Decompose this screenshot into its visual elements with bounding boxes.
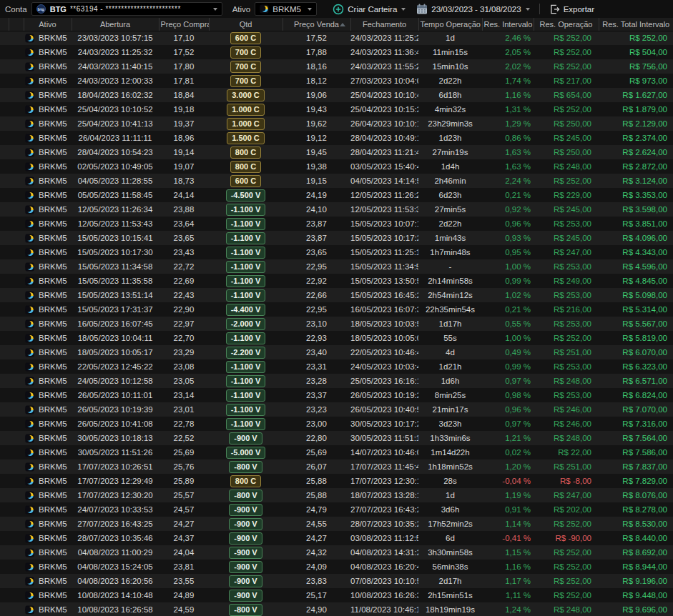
table-row[interactable]: BRKM522/05/2023 12:45:2223,08-1.100 V23,… — [0, 359, 673, 374]
table-row[interactable]: BRKM504/05/2023 11:28:5518,73600 C19,150… — [0, 174, 673, 188]
col-header-fech[interactable]: Fechamento — [350, 18, 418, 31]
table-row[interactable]: BRKM526/05/2023 10:19:3923,01-1.100 V23,… — [0, 402, 673, 417]
cell-blank — [0, 359, 9, 374]
moon-crescent-icon — [260, 4, 269, 14]
table-header-row: AtivoAberturaPreço CompraQtdPreço VendaF… — [0, 18, 673, 31]
cell-preco-compra: 24,89 — [159, 588, 209, 602]
cell-res-total-intervalo: R$ 7.564,00 — [599, 431, 673, 445]
col-header-qtd[interactable]: Qtd — [209, 18, 283, 31]
table-row[interactable]: BRKM515/05/2023 11:35:5822,69-1.100 V22,… — [0, 274, 673, 288]
table-row[interactable]: BRKM524/03/2023 12:00:3317,81700 C18,122… — [0, 74, 673, 88]
table-row[interactable]: BRKM525/04/2023 10:41:1319,371.000 C19,6… — [0, 116, 673, 131]
cell-blank — [9, 417, 24, 431]
col-header-total[interactable]: Res. Total Intervalo — [599, 18, 673, 31]
table-row[interactable]: BRKM528/04/2023 10:54:2319,14800 C19,452… — [0, 145, 673, 159]
col-header-compra[interactable]: Preço Compra — [159, 18, 209, 31]
cell-preco-compra: 23,64 — [159, 217, 209, 231]
moon-crescent-icon — [25, 91, 34, 100]
table-row[interactable]: BRKM515/05/2023 10:15:4123,65-1.100 V23,… — [0, 231, 673, 245]
cell-preco-compra: 23,55 — [159, 574, 209, 588]
table-row[interactable]: BRKM526/04/2023 11:11:1118,961.500 C19,1… — [0, 131, 673, 145]
cell-abertura: 28/07/2023 10:35:46 — [72, 531, 159, 545]
cell-blank — [9, 259, 24, 274]
table-row[interactable]: BRKM505/05/2023 11:58:4524,14-4.500 V24,… — [0, 188, 673, 202]
cell-blank — [0, 417, 9, 431]
cell-res-total-intervalo: R$ 5.819,00 — [599, 331, 673, 345]
cell-blank — [9, 431, 24, 445]
table-row[interactable]: BRKM515/05/2023 10:17:3023,43-1.100 V23,… — [0, 245, 673, 259]
table-row[interactable]: BRKM517/07/2023 10:26:5125,76-800 V26,07… — [0, 459, 673, 474]
date-range-button[interactable]: 23/03/2023 - 31/08/2023 — [416, 4, 529, 14]
col-header-int[interactable]: Res. Intervalo — [482, 18, 534, 31]
table-row[interactable]: BRKM510/08/2023 16:26:5824,59-800 V24,90… — [0, 602, 673, 616]
qty-badge-sell: -1.100 V — [226, 332, 266, 344]
cell-res-total-intervalo: R$ 8.530,00 — [599, 517, 673, 531]
table-row[interactable]: BRKM516/05/2023 16:07:4522,97-2.000 V23,… — [0, 317, 673, 331]
cell-res-operacao: R$ 245,00 — [534, 231, 599, 245]
col-header-ativo[interactable]: Ativo — [24, 18, 72, 31]
cell-res-operacao: R$ 252,00 — [534, 588, 599, 602]
table-row[interactable]: BRKM524/03/2023 11:25:3217,52700 C17,882… — [0, 45, 673, 59]
cell-blank — [0, 345, 9, 359]
cell-res-intervalo: 1,19 % — [482, 488, 534, 502]
cell-res-total-intervalo: R$ 7.837,00 — [599, 459, 673, 474]
cell-abertura: 24/07/2023 10:33:53 — [72, 502, 159, 517]
symbol-select[interactable]: BRKM5 — [255, 2, 317, 16]
cell-res-operacao: R$ 247,00 — [534, 488, 599, 502]
symbol-value: BRKM5 — [272, 5, 301, 14]
table-row[interactable]: BRKM512/05/2023 11:53:4323,64-1.100 V23,… — [0, 217, 673, 231]
cell-tempo-operacao: 1d21h — [418, 359, 482, 374]
col-header-tempo[interactable]: Tempo Operação — [418, 18, 482, 31]
cell-preco-compra: 17,52 — [159, 45, 209, 59]
table-row[interactable]: BRKM527/07/2023 16:43:2524,27-900 V24,55… — [0, 517, 673, 531]
cell-preco-compra: 22,90 — [159, 302, 209, 317]
table-row[interactable]: BRKM515/05/2023 17:31:3722,90-4.400 V22,… — [0, 302, 673, 317]
cell-qtd: -800 V — [209, 459, 283, 474]
account-select[interactable]: btg BTG **63194 - **********************… — [31, 2, 222, 16]
col-header-op[interactable]: Res. Operação — [534, 18, 599, 31]
table-row[interactable]: BRKM528/07/2023 10:35:4624,37-900 V24,27… — [0, 531, 673, 545]
table-row[interactable]: BRKM515/05/2023 11:34:5822,72-1.100 V22,… — [0, 259, 673, 274]
cell-preco-venda: 22,80 — [283, 431, 350, 445]
cell-qtd: -900 V — [209, 574, 283, 588]
col-header-venda[interactable]: Preço Venda — [283, 18, 350, 31]
table-row[interactable]: BRKM530/05/2023 11:51:2625,69-5.000 V25,… — [0, 445, 673, 459]
table-row[interactable]: BRKM525/04/2023 10:10:5219,181.000 C19,4… — [0, 102, 673, 116]
cell-fechamento: 27/07/2023 16:43:22 — [350, 502, 418, 517]
cell-res-intervalo: 1,31 % — [482, 102, 534, 116]
table-row[interactable]: BRKM502/05/2023 10:49:0519,07800 C19,380… — [0, 159, 673, 174]
cell-abertura: 15/05/2023 13:51:14 — [72, 288, 159, 302]
table-row[interactable]: BRKM504/08/2023 16:20:5623,55-900 V23,83… — [0, 574, 673, 588]
cell-res-total-intervalo: R$ 8.692,00 — [599, 545, 673, 560]
col-header-abertura[interactable]: Abertura — [72, 18, 159, 31]
table-row[interactable]: BRKM504/08/2023 15:24:0523,81-900 V24,09… — [0, 560, 673, 574]
cell-preco-venda: 23,87 — [283, 231, 350, 245]
table-row[interactable]: BRKM523/03/2023 10:57:1517,10600 C17,522… — [0, 31, 673, 45]
table-row[interactable]: BRKM530/05/2023 10:18:1322,52-900 V22,80… — [0, 431, 673, 445]
cell-res-operacao: R$ 248,00 — [534, 602, 599, 616]
table-row[interactable]: BRKM526/05/2023 10:11:0123,14-1.100 V23,… — [0, 388, 673, 402]
table-row[interactable]: BRKM518/04/2023 16:02:3218,843.000 C19,0… — [0, 88, 673, 102]
table-row[interactable]: BRKM524/07/2023 10:33:5324,57-900 V24,79… — [0, 502, 673, 517]
cell-blank — [0, 445, 9, 459]
table-row[interactable]: BRKM524/05/2023 10:12:5823,05-1.100 V23,… — [0, 374, 673, 388]
cell-preco-compra: 24,27 — [159, 517, 209, 531]
table-row[interactable]: BRKM510/08/2023 14:10:4824,89-900 V25,17… — [0, 588, 673, 602]
cell-tempo-operacao: 1d — [418, 31, 482, 45]
cell-ativo: BRKM5 — [24, 259, 72, 274]
table-row[interactable]: BRKM517/07/2023 12:30:2025,57-800 V25,88… — [0, 488, 673, 502]
cell-preco-compra: 19,07 — [159, 159, 209, 174]
table-row[interactable]: BRKM518/05/2023 10:04:1122,70-1.100 V22,… — [0, 331, 673, 345]
cell-qtd: 3.000 C — [209, 88, 283, 102]
cell-fechamento: 24/03/2023 11:25:28 — [350, 31, 418, 45]
table-row[interactable]: BRKM517/07/2023 12:29:4925,89800 C25,881… — [0, 474, 673, 488]
criar-carteira-button[interactable]: Criar Carteira — [333, 4, 406, 15]
export-button[interactable]: Exportar — [549, 4, 594, 14]
table-row[interactable]: BRKM512/05/2023 11:26:3423,88-1.100 V24,… — [0, 202, 673, 217]
cell-res-total-intervalo: R$ 6.323,00 — [599, 359, 673, 374]
table-row[interactable]: BRKM504/08/2023 11:00:2924,04-900 V24,32… — [0, 545, 673, 560]
table-row[interactable]: BRKM515/05/2023 13:51:1422,43-1.100 V22,… — [0, 288, 673, 302]
table-row[interactable]: BRKM524/03/2023 11:40:1517,80700 C18,162… — [0, 59, 673, 74]
table-row[interactable]: BRKM518/05/2023 10:05:1723,29-2.200 V23,… — [0, 345, 673, 359]
table-row[interactable]: BRKM526/05/2023 10:41:0822,78-1.100 V23,… — [0, 417, 673, 431]
